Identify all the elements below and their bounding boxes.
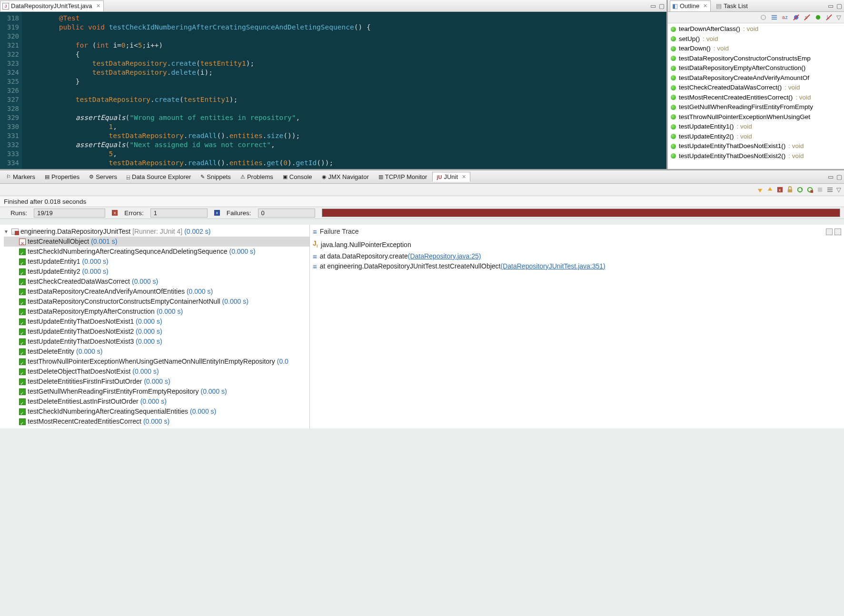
outline-item[interactable]: testUpdateEntityThatDoesNotExist1() : vo… <box>671 141 844 151</box>
maximize-icon[interactable]: ▢ <box>836 2 842 10</box>
expand-icon[interactable]: ▼ <box>4 227 10 237</box>
view-tab-tcp-ip-monitor[interactable]: ▥ TCP/IP Monitor <box>374 172 432 182</box>
servers-icon: ⚙ <box>89 174 94 180</box>
hide-fields-icon[interactable] <box>793 14 800 21</box>
test-row[interactable]: testDeleteEntititiesFirstInFirstOutOrder… <box>4 377 309 387</box>
trace-text: java.lang.NullPointerException <box>321 240 411 250</box>
test-row[interactable]: testDataRepositoryCreateAndVerifyAmountO… <box>4 287 309 297</box>
pass-icon <box>19 328 26 335</box>
test-row[interactable]: testDeleteEntitiesLastInFirstOutOrder (0… <box>4 397 309 407</box>
test-row[interactable]: testDeleteObjectThatDoesNotExist (0.000 … <box>4 367 309 377</box>
rerun-failed-icon[interactable] <box>806 186 814 193</box>
test-time: (0.000 s) <box>143 417 169 427</box>
test-name: testUpdateEntity2 <box>28 267 80 277</box>
collapse-icon[interactable] <box>771 14 778 21</box>
code-editor[interactable]: 3183193203213223233243253263273283293303… <box>0 12 666 169</box>
trace-row[interactable]: ≡ at data.DataRepository.create(DataRepo… <box>313 251 841 261</box>
scroll-lock-icon[interactable] <box>786 186 794 193</box>
test-row[interactable]: testDeleteEntity (0.000 s) <box>4 347 309 357</box>
view-tab-servers[interactable]: ⚙ Servers <box>85 172 121 182</box>
focus-icon[interactable] <box>760 14 767 21</box>
method-name: testUpdateEntity2() <box>679 132 734 142</box>
view-tab-properties[interactable]: ▤ Properties <box>40 172 84 182</box>
test-row[interactable]: testCheckIdNumberingAfterCreatingSequent… <box>4 407 309 417</box>
view-tab-console[interactable]: ▣ Console <box>278 172 317 182</box>
maximize-icon[interactable]: ▢ <box>836 173 842 180</box>
test-row[interactable]: testCheckIdNumberingAfterCreatingSequnce… <box>4 247 309 257</box>
minimize-icon[interactable]: ▭ <box>828 2 834 10</box>
compare-icon[interactable] <box>826 229 833 235</box>
outline-item[interactable]: testCheckCreatedDataWasCorrect() : void <box>671 83 844 93</box>
minimize-icon[interactable]: ▭ <box>650 2 656 10</box>
test-tree[interactable]: ▼ engineering.DataRepositoryJUnitTest [R… <box>0 225 309 428</box>
outline-item[interactable]: testUpdateEntity2() : void <box>671 132 844 142</box>
minimize-icon[interactable]: ▭ <box>828 173 834 180</box>
close-icon[interactable]: ✕ <box>462 174 466 180</box>
view-tab-label: Snippets <box>207 173 231 180</box>
outline-item[interactable]: testUpdateEntityThatDoesNotExist2() : vo… <box>671 151 844 161</box>
trace-row[interactable]: J! java.lang.NullPointerException <box>313 238 841 251</box>
outline-item[interactable]: testDataRepositoryCreateAndVerifyAmountO… <box>671 73 844 83</box>
test-row[interactable]: testThrowNullPointerExceptionWhenUsingGe… <box>4 357 309 367</box>
test-row[interactable]: testMostRecentCreatedEntitiesCorrect (0.… <box>4 417 309 427</box>
rerun-icon[interactable] <box>796 186 804 193</box>
prev-failure-icon[interactable] <box>766 186 774 193</box>
test-row[interactable]: testCheckCreatedDataWasCorrect (0.000 s) <box>4 277 309 287</box>
outline-item[interactable]: testDataRepositoryEmptyAfterConstruction… <box>671 63 844 73</box>
outline-tab[interactable]: ◧ Outline ✕ <box>670 0 711 11</box>
view-tab-label: Properties <box>51 173 79 180</box>
sort-icon[interactable]: az <box>782 14 789 21</box>
test-row[interactable]: testUpdateEntityThatDoesNotExist2 (0.000… <box>4 327 309 337</box>
next-failure-icon[interactable] <box>756 186 764 193</box>
outline-item[interactable]: setUp() : void <box>671 34 844 44</box>
close-icon[interactable]: ✕ <box>96 3 100 9</box>
code-area[interactable]: @Test public void testCheckIdNumberingAf… <box>22 12 666 169</box>
view-tabs: ⚐ Markers ▤ Properties ⚙ Servers ⌸ Data … <box>0 170 844 184</box>
hide-local-icon[interactable]: L <box>825 14 833 21</box>
outline-list[interactable]: tearDownAfterClass() : void setUp() : vo… <box>668 23 844 169</box>
editor-tab[interactable]: J DataRepositoryJUnitTest.java ✕ <box>0 0 104 11</box>
test-suite-row[interactable]: ▼ engineering.DataRepositoryJUnitTest [R… <box>4 227 309 237</box>
java-file-icon: J <box>2 3 9 10</box>
view-tab-snippets[interactable]: ✎ Snippets <box>196 172 235 182</box>
stop-icon[interactable] <box>816 186 824 193</box>
test-name: testCheckCreatedDataWasCorrect <box>28 277 130 287</box>
test-row[interactable]: testUpdateEntity2 (0.000 s) <box>4 267 309 277</box>
svg-rect-18 <box>810 190 813 193</box>
test-row[interactable]: testGetNullWhenReadingFirstEntityFromEmp… <box>4 387 309 397</box>
test-row[interactable]: testUpdateEntityThatDoesNotExist1 (0.000… <box>4 317 309 327</box>
test-row[interactable]: testUpdateEntityThatDoesNotExist3 (0.000… <box>4 337 309 347</box>
view-tab-junit[interactable]: jU JUnit ✕ <box>432 172 470 182</box>
outline-item[interactable]: testGetNullWhenReadingFirstEntityFromEmp… <box>671 102 844 112</box>
outline-item[interactable]: testThrowNullPointerExceptionWhenUsingGe… <box>671 112 844 122</box>
outline-item[interactable]: testDataRepositoryConstructorConstructsE… <box>671 54 844 64</box>
view-menu-icon[interactable]: ▽ <box>836 14 841 21</box>
view-menu-icon[interactable]: ▽ <box>836 186 841 193</box>
hide-nonpublic-icon[interactable] <box>814 14 822 21</box>
outline-item[interactable]: testUpdateEntity1() : void <box>671 122 844 132</box>
close-icon[interactable]: ✕ <box>703 3 707 9</box>
show-failures-icon[interactable]: x <box>776 186 784 193</box>
outline-item[interactable]: tearDown() : void <box>671 44 844 54</box>
view-tab-markers[interactable]: ⚐ Markers <box>2 172 40 182</box>
maximize-icon[interactable]: ▢ <box>659 2 665 10</box>
test-row[interactable]: testDataRepositoryConstructorConstructsE… <box>4 297 309 307</box>
pass-icon <box>19 318 26 325</box>
outline-item[interactable]: tearDownAfterClass() : void <box>671 24 844 34</box>
view-tab-data-source-explorer[interactable]: ⌸ Data Source Explorer <box>122 172 195 182</box>
tasklist-tab[interactable]: ▤ Task List <box>712 0 752 11</box>
test-row[interactable]: testUpdateEntity1 (0.000 s) <box>4 257 309 267</box>
test-name: testDeleteEntititiesFirstInFirstOutOrder <box>28 377 142 387</box>
public-method-icon <box>671 134 676 139</box>
outline-item[interactable]: testMostRecentCreatedEntitiesCorrect() :… <box>671 93 844 103</box>
trace-row[interactable]: ≡ at engineering.DataRepositoryJUnitTest… <box>313 261 841 271</box>
history-icon[interactable] <box>826 186 834 193</box>
svg-rect-20 <box>827 188 833 189</box>
view-tab-jmx-navigator[interactable]: ◉ JMX Navigator <box>318 172 373 182</box>
filter-trace-icon[interactable] <box>834 229 841 235</box>
view-tab-problems[interactable]: ⚠ Problems <box>236 172 278 182</box>
problems-icon: ⚠ <box>240 174 245 180</box>
test-row[interactable]: testDataRepositoryEmptyAfterConstruction… <box>4 307 309 317</box>
hide-static-icon[interactable]: s <box>804 14 811 21</box>
test-row[interactable]: testCreateNullObject (0.001 s) <box>4 237 309 247</box>
